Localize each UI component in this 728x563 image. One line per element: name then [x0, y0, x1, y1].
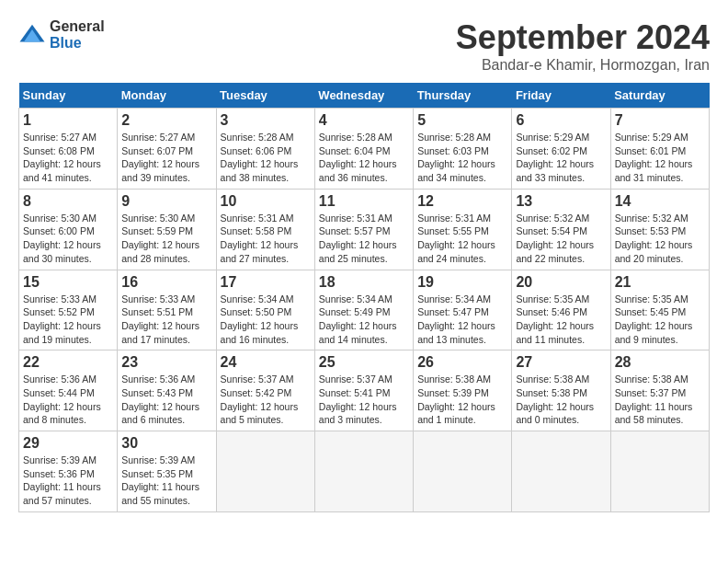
table-row: 16 Sunrise: 5:33 AMSunset: 5:51 PMDaylig…: [118, 270, 216, 350]
col-sunday: Sunday: [19, 83, 118, 109]
col-tuesday: Tuesday: [216, 83, 314, 109]
table-row: 1 Sunrise: 5:27 AMSunset: 6:08 PMDayligh…: [19, 109, 118, 190]
table-row: 4 Sunrise: 5:28 AMSunset: 6:04 PMDayligh…: [314, 109, 413, 190]
table-row: 12 Sunrise: 5:31 AMSunset: 5:55 PMDaylig…: [414, 189, 512, 270]
col-thursday: Thursday: [414, 83, 512, 109]
table-row: 17 Sunrise: 5:34 AMSunset: 5:50 PMDaylig…: [216, 270, 314, 350]
table-row: 3 Sunrise: 5:28 AMSunset: 6:06 PMDayligh…: [216, 109, 314, 190]
week-row-2: 8 Sunrise: 5:30 AMSunset: 6:00 PMDayligh…: [19, 189, 710, 270]
table-row: 19 Sunrise: 5:34 AMSunset: 5:47 PMDaylig…: [414, 270, 512, 350]
table-row: 10 Sunrise: 5:31 AMSunset: 5:58 PMDaylig…: [216, 189, 314, 270]
title-section: September 2024 Bandar-e Khamir, Hormozga…: [456, 18, 710, 74]
week-row-5: 29 Sunrise: 5:39 AMSunset: 5:36 PMDaylig…: [19, 431, 710, 512]
logo: General Blue: [18, 18, 105, 51]
table-row: 9 Sunrise: 5:30 AMSunset: 5:59 PMDayligh…: [118, 189, 216, 270]
table-row: [216, 431, 314, 512]
table-row: 24 Sunrise: 5:37 AMSunset: 5:42 PMDaylig…: [216, 350, 314, 431]
table-row: 8 Sunrise: 5:30 AMSunset: 6:00 PMDayligh…: [19, 189, 118, 270]
table-row: [610, 431, 709, 512]
table-row: [314, 431, 413, 512]
month-title: September 2024: [456, 18, 710, 57]
table-row: 26 Sunrise: 5:38 AMSunset: 5:39 PMDaylig…: [414, 350, 512, 431]
col-monday: Monday: [118, 83, 216, 109]
table-row: [414, 431, 512, 512]
location-title: Bandar-e Khamir, Hormozgan, Iran: [456, 57, 710, 74]
table-row: 18 Sunrise: 5:34 AMSunset: 5:49 PMDaylig…: [314, 270, 413, 350]
table-row: 13 Sunrise: 5:32 AMSunset: 5:54 PMDaylig…: [512, 189, 610, 270]
table-row: 21 Sunrise: 5:35 AMSunset: 5:45 PMDaylig…: [610, 270, 709, 350]
table-row: 14 Sunrise: 5:32 AMSunset: 5:53 PMDaylig…: [610, 189, 709, 270]
table-row: 22 Sunrise: 5:36 AMSunset: 5:44 PMDaylig…: [19, 350, 118, 431]
logo-blue-text: Blue: [50, 35, 105, 52]
week-row-4: 22 Sunrise: 5:36 AMSunset: 5:44 PMDaylig…: [19, 350, 710, 431]
table-row: [512, 431, 610, 512]
week-row-3: 15 Sunrise: 5:33 AMSunset: 5:52 PMDaylig…: [19, 270, 710, 350]
table-row: 30 Sunrise: 5:39 AMSunset: 5:35 PMDaylig…: [118, 431, 216, 512]
week-row-1: 1 Sunrise: 5:27 AMSunset: 6:08 PMDayligh…: [19, 109, 710, 190]
table-row: 25 Sunrise: 5:37 AMSunset: 5:41 PMDaylig…: [314, 350, 413, 431]
table-row: 5 Sunrise: 5:28 AMSunset: 6:03 PMDayligh…: [414, 109, 512, 190]
col-wednesday: Wednesday: [314, 83, 413, 109]
header-row: Sunday Monday Tuesday Wednesday Thursday…: [19, 83, 710, 109]
table-row: 2 Sunrise: 5:27 AMSunset: 6:07 PMDayligh…: [118, 109, 216, 190]
col-friday: Friday: [512, 83, 610, 109]
logo-icon: [18, 21, 46, 49]
table-row: 28 Sunrise: 5:38 AMSunset: 5:37 PMDaylig…: [610, 350, 709, 431]
header: General Blue September 2024 Bandar-e Kha…: [18, 18, 710, 74]
table-row: 15 Sunrise: 5:33 AMSunset: 5:52 PMDaylig…: [19, 270, 118, 350]
logo-general-text: General: [50, 18, 105, 35]
table-row: 20 Sunrise: 5:35 AMSunset: 5:46 PMDaylig…: [512, 270, 610, 350]
col-saturday: Saturday: [610, 83, 709, 109]
table-row: 7 Sunrise: 5:29 AMSunset: 6:01 PMDayligh…: [610, 109, 709, 190]
table-row: 23 Sunrise: 5:36 AMSunset: 5:43 PMDaylig…: [118, 350, 216, 431]
table-row: 29 Sunrise: 5:39 AMSunset: 5:36 PMDaylig…: [19, 431, 118, 512]
table-row: 27 Sunrise: 5:38 AMSunset: 5:38 PMDaylig…: [512, 350, 610, 431]
table-row: 11 Sunrise: 5:31 AMSunset: 5:57 PMDaylig…: [314, 189, 413, 270]
calendar-table: Sunday Monday Tuesday Wednesday Thursday…: [18, 83, 710, 512]
logo-text: General Blue: [50, 18, 105, 51]
table-row: 6 Sunrise: 5:29 AMSunset: 6:02 PMDayligh…: [512, 109, 610, 190]
